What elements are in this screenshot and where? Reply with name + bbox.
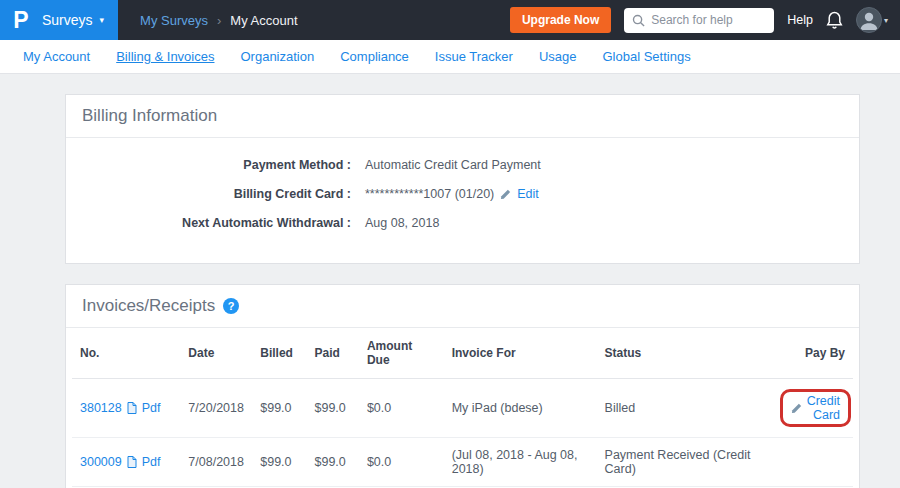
invoice-date: 7/20/2018	[180, 379, 252, 438]
invoices-header-row: No. Date Billed Paid Amount Due Invoice …	[72, 328, 853, 379]
topbar-actions: Upgrade Now Help ▾	[510, 7, 900, 33]
help-link[interactable]: Help	[787, 13, 813, 27]
col-header-billed: Billed	[252, 328, 306, 379]
product-name: Surveys	[42, 12, 93, 28]
search-icon	[632, 14, 645, 27]
upgrade-now-button[interactable]: Upgrade Now	[510, 7, 611, 33]
payment-method-row: Payment Method : Automatic Credit Card P…	[66, 158, 859, 172]
breadcrumb-my-surveys[interactable]: My Surveys	[140, 13, 208, 28]
breadcrumb-my-account: My Account	[230, 13, 297, 28]
invoice-paid: $99.0	[307, 379, 359, 438]
col-header-status: Status	[597, 328, 772, 379]
billing-card-title: Billing Information	[82, 106, 217, 126]
invoice-date: 7/08/2018	[180, 438, 252, 487]
invoices-help-icon[interactable]: ?	[223, 298, 239, 314]
search-input[interactable]	[651, 13, 766, 27]
invoice-number-link[interactable]: 380128	[80, 401, 122, 415]
invoice-paid: $99.0	[307, 438, 359, 487]
invoice-row: 380128 Pdf 7/20/2018 $99.0 $99.0 $0.0 My…	[72, 379, 853, 438]
invoice-amount-due: $0.0	[359, 379, 444, 438]
invoices-table: No. Date Billed Paid Amount Due Invoice …	[72, 328, 853, 488]
billing-information-card: Billing Information Payment Method : Aut…	[65, 94, 860, 264]
invoice-status: Payment Received (Credit Card)	[597, 438, 772, 487]
top-bar: P Surveys ▾ My Surveys › My Account Upgr…	[0, 0, 900, 40]
tab-organization[interactable]: Organization	[227, 49, 327, 64]
pay-by-highlight: Credit Card	[780, 389, 851, 427]
invoice-for: My iPad (bdese)	[444, 379, 597, 438]
invoice-table-body: 380128 Pdf 7/20/2018 $99.0 $99.0 $0.0 My…	[72, 379, 853, 488]
invoice-row: 300009 Pdf 7/08/2018 $99.0 $99.0 $0.0 (J…	[72, 438, 853, 487]
col-header-pay-by: Pay By	[772, 328, 853, 379]
col-header-paid: Paid	[307, 328, 359, 379]
pdf-file-icon	[127, 456, 137, 468]
invoice-number-link[interactable]: 300009	[80, 455, 122, 469]
pay-pencil-icon	[791, 403, 802, 414]
payment-method-label: Payment Method :	[66, 158, 351, 172]
pdf-link[interactable]: Pdf	[142, 455, 161, 469]
tab-issue-tracker[interactable]: Issue Tracker	[422, 49, 526, 64]
invoice-billed: $99.0	[252, 438, 306, 487]
account-nav: My Account Billing & Invoices Organizati…	[0, 40, 900, 74]
col-header-amount-due: Amount Due	[359, 328, 444, 379]
billing-credit-card-label: Billing Credit Card :	[66, 187, 351, 201]
next-withdrawal-value: Aug 08, 2018	[365, 216, 439, 230]
main-content: Billing Information Payment Method : Aut…	[0, 74, 900, 488]
invoices-card-title: Invoices/Receipts	[82, 296, 215, 316]
invoice-for: (Jul 08, 2018 - Aug 08, 2018)	[444, 438, 597, 487]
product-switcher[interactable]: P Surveys ▾	[0, 0, 118, 40]
pdf-link[interactable]: Pdf	[142, 401, 161, 415]
tab-global-settings[interactable]: Global Settings	[589, 49, 703, 64]
chevron-down-icon: ▾	[100, 15, 105, 25]
edit-pencil-icon	[500, 189, 511, 200]
invoice-status: Billed	[597, 379, 772, 438]
payment-method-value: Automatic Credit Card Payment	[365, 158, 541, 172]
avatar-chevron-down-icon: ▾	[884, 16, 888, 25]
breadcrumb-separator-icon: ›	[217, 13, 221, 28]
invoice-billed: $99.0	[252, 379, 306, 438]
tab-my-account[interactable]: My Account	[10, 49, 103, 64]
pdf-file-icon	[127, 402, 137, 414]
col-header-date: Date	[180, 328, 252, 379]
next-withdrawal-label: Next Automatic Withdrawal :	[66, 216, 351, 230]
tab-compliance[interactable]: Compliance	[327, 49, 422, 64]
billing-credit-card-row: Billing Credit Card : ************1007 (…	[66, 187, 859, 201]
pay-by-credit-card-link[interactable]: Credit Card	[807, 394, 840, 422]
billing-credit-card-value: ************1007 (01/20)	[365, 187, 494, 201]
help-search-box[interactable]	[624, 8, 774, 33]
edit-credit-card-link[interactable]: Edit	[517, 187, 539, 201]
breadcrumb: My Surveys › My Account	[140, 13, 297, 28]
tab-billing-invoices[interactable]: Billing & Invoices	[103, 49, 227, 64]
user-avatar[interactable]	[856, 7, 882, 33]
notifications-bell-icon[interactable]	[826, 11, 843, 30]
col-header-invoice-for: Invoice For	[444, 328, 597, 379]
col-header-no: No.	[72, 328, 180, 379]
invoices-receipts-card: Invoices/Receipts ? No. Date Billed Paid…	[65, 284, 860, 488]
invoice-amount-due: $0.0	[359, 438, 444, 487]
next-withdrawal-row: Next Automatic Withdrawal : Aug 08, 2018	[66, 216, 859, 230]
brand-logo: P	[0, 7, 42, 34]
tab-usage[interactable]: Usage	[526, 49, 590, 64]
